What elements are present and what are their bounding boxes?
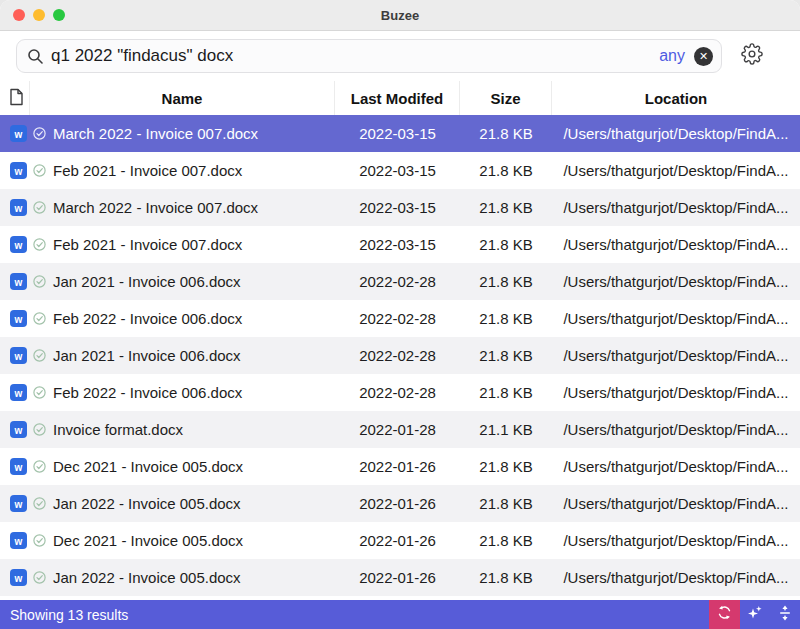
table-row[interactable]: w Jan 2022 - Invoice 005.docx 2022-01-26… <box>0 485 800 522</box>
refresh-button[interactable] <box>709 600 740 629</box>
titlebar: Buzee <box>0 0 800 31</box>
name-cell: Jan 2022 - Invoice 005.docx <box>30 495 335 512</box>
file-location-value: /Users/thatgurjot/Desktop/FindA... <box>552 347 800 364</box>
file-name: Dec 2021 - Invoice 005.docx <box>53 532 243 549</box>
refresh-icon <box>717 605 732 624</box>
word-docx-icon: w <box>10 310 27 327</box>
search-input[interactable]: q1 2022 "findacus" docx any ✕ <box>16 39 722 73</box>
clear-search-button[interactable]: ✕ <box>694 47 713 66</box>
magnifier-icon <box>27 48 44 65</box>
filetype-cell: w <box>0 532 30 549</box>
word-docx-icon: w <box>10 569 27 586</box>
last-modified-value: 2022-03-15 <box>335 236 460 253</box>
check-circle-icon <box>33 164 46 177</box>
check-circle-icon <box>33 238 46 251</box>
file-size-value: 21.8 KB <box>460 458 552 475</box>
check-circle-icon <box>33 201 46 214</box>
table-row[interactable]: w Feb 2022 - Invoice 006.docx 2022-02-28… <box>0 374 800 411</box>
file-size-value: 21.8 KB <box>460 125 552 142</box>
file-size-value: 21.8 KB <box>460 162 552 179</box>
header-last-modified[interactable]: Last Modifed <box>335 81 460 115</box>
table-row[interactable]: w Dec 2021 - Invoice 005.docx 2022-01-26… <box>0 448 800 485</box>
filetype-cell: w <box>0 236 30 253</box>
last-modified-value: 2022-02-28 <box>335 273 460 290</box>
gear-icon <box>741 43 763 69</box>
word-docx-icon: w <box>10 421 27 438</box>
last-modified-value: 2022-03-15 <box>335 125 460 142</box>
ai-sparkles-button[interactable] <box>740 600 770 629</box>
x-icon: ✕ <box>699 51 708 62</box>
word-docx-icon: w <box>10 199 27 216</box>
table-row[interactable]: w Feb 2021 - Invoice 007.docx 2022-03-15… <box>0 226 800 263</box>
file-name: Feb 2021 - Invoice 007.docx <box>53 236 242 253</box>
minimize-window-button[interactable] <box>33 9 45 21</box>
filetype-cell: w <box>0 310 30 327</box>
results-count-text: Showing 13 results <box>0 607 128 623</box>
filetype-cell: w <box>0 421 30 438</box>
table-row[interactable]: w Jan 2022 - Invoice 005.docx 2022-01-26… <box>0 559 800 596</box>
word-docx-icon: w <box>10 273 27 290</box>
table-row[interactable]: w Invoice format.docx 2022-01-28 21.1 KB… <box>0 411 800 448</box>
check-circle-icon <box>33 460 46 473</box>
name-cell: Jan 2022 - Invoice 005.docx <box>30 569 335 586</box>
word-docx-icon: w <box>10 236 27 253</box>
settings-button[interactable] <box>738 42 766 70</box>
last-modified-value: 2022-03-15 <box>335 199 460 216</box>
word-docx-icon: w <box>10 347 27 364</box>
window-title: Buzee <box>0 8 800 23</box>
name-cell: Dec 2021 - Invoice 005.docx <box>30 458 335 475</box>
header-size[interactable]: Size <box>460 81 552 115</box>
file-name: Jan 2022 - Invoice 005.docx <box>53 495 241 512</box>
check-circle-icon <box>33 275 46 288</box>
expand-vertical-button[interactable] <box>770 600 800 629</box>
file-location-value: /Users/thatgurjot/Desktop/FindA... <box>552 532 800 549</box>
file-location-value: /Users/thatgurjot/Desktop/FindA... <box>552 458 800 475</box>
filetype-cell: w <box>0 162 30 179</box>
table-row[interactable]: w Feb 2022 - Invoice 006.docx 2022-02-28… <box>0 300 800 337</box>
header-filetype-column[interactable] <box>0 81 30 115</box>
document-icon <box>9 88 24 109</box>
results-list: w March 2022 - Invoice 007.docx 2022-03-… <box>0 115 800 596</box>
check-circle-icon <box>33 497 46 510</box>
name-cell: Invoice format.docx <box>30 421 335 438</box>
table-row[interactable]: w Jan 2021 - Invoice 006.docx 2022-02-28… <box>0 263 800 300</box>
table-row[interactable]: w March 2022 - Invoice 007.docx 2022-03-… <box>0 189 800 226</box>
file-size-value: 21.8 KB <box>460 273 552 290</box>
table-row[interactable]: w Feb 2021 - Invoice 007.docx 2022-03-15… <box>0 152 800 189</box>
check-circle-icon <box>33 386 46 399</box>
check-circle-icon <box>33 312 46 325</box>
file-name: Dec 2021 - Invoice 005.docx <box>53 458 243 475</box>
file-size-value: 21.1 KB <box>460 421 552 438</box>
filetype-cell: w <box>0 347 30 364</box>
table-row[interactable]: w Jan 2021 - Invoice 006.docx 2022-02-28… <box>0 337 800 374</box>
name-cell: Dec 2021 - Invoice 005.docx <box>30 532 335 549</box>
expand-vertical-icon <box>778 605 792 625</box>
app-window: Buzee q1 2022 "findacus" docx any ✕ <box>0 0 800 629</box>
header-name[interactable]: Name <box>30 81 335 115</box>
zoom-window-button[interactable] <box>53 9 65 21</box>
name-cell: Jan 2021 - Invoice 006.docx <box>30 347 335 364</box>
file-location-value: /Users/thatgurjot/Desktop/FindA... <box>552 273 800 290</box>
file-name: Jan 2021 - Invoice 006.docx <box>53 347 241 364</box>
last-modified-value: 2022-01-28 <box>335 421 460 438</box>
close-window-button[interactable] <box>13 9 25 21</box>
filetype-cell: w <box>0 125 30 142</box>
header-location[interactable]: Location <box>552 81 800 115</box>
name-cell: Feb 2022 - Invoice 006.docx <box>30 310 335 327</box>
filetype-cell: w <box>0 384 30 401</box>
table-header: Name Last Modifed Size Location <box>0 81 800 115</box>
file-name: Feb 2022 - Invoice 006.docx <box>53 310 242 327</box>
file-location-value: /Users/thatgurjot/Desktop/FindA... <box>552 495 800 512</box>
last-modified-value: 2022-02-28 <box>335 384 460 401</box>
search-scope-badge[interactable]: any <box>659 47 685 65</box>
filetype-cell: w <box>0 199 30 216</box>
search-query-text[interactable]: q1 2022 "findacus" docx <box>51 46 659 66</box>
file-size-value: 21.8 KB <box>460 347 552 364</box>
table-row[interactable]: w March 2022 - Invoice 007.docx 2022-03-… <box>0 115 800 152</box>
name-cell: Feb 2021 - Invoice 007.docx <box>30 236 335 253</box>
name-cell: Feb 2021 - Invoice 007.docx <box>30 162 335 179</box>
word-docx-icon: w <box>10 384 27 401</box>
name-cell: March 2022 - Invoice 007.docx <box>30 125 335 142</box>
table-row[interactable]: w Dec 2021 - Invoice 005.docx 2022-01-26… <box>0 522 800 559</box>
word-docx-icon: w <box>10 162 27 179</box>
